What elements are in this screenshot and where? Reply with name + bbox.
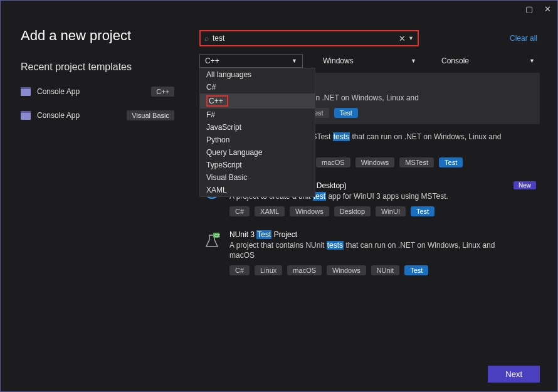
lang-badge: Visual Basic — [127, 110, 174, 120]
svg-rect-3 — [21, 111, 31, 113]
lang-badge: C++ — [151, 87, 174, 97]
recent-template-item[interactable]: Console App Visual Basic — [21, 108, 174, 123]
project-type-filter[interactable]: Console ▼ — [436, 54, 540, 68]
recent-template-item[interactable]: Console App C++ — [21, 84, 174, 99]
result-tag: MSTest — [399, 157, 434, 167]
recent-templates-heading: Recent project templates — [21, 61, 174, 73]
chevron-down-icon: ▼ — [529, 58, 535, 64]
chevron-down-icon: ▼ — [411, 58, 416, 64]
dropdown-option[interactable]: JavaScript — [200, 121, 315, 134]
dropdown-option[interactable]: All languages — [200, 68, 315, 81]
result-tag: Windows — [355, 157, 395, 167]
console-icon — [21, 87, 31, 96]
dropdown-option[interactable]: C# — [200, 81, 315, 93]
chevron-down-icon[interactable]: ▼ — [408, 35, 414, 41]
restore-icon[interactable]: ▢ — [525, 4, 533, 14]
result-tag: Linux — [255, 265, 282, 275]
result-tag: WinUI — [376, 206, 406, 216]
chevron-down-icon: ▼ — [292, 58, 297, 64]
page-title: Add a new project — [21, 28, 174, 44]
search-box[interactable]: ⌕ ✕ ▼ — [199, 30, 419, 46]
language-dropdown: All languages C# C++ F# JavaScript Pytho… — [199, 68, 315, 197]
svg-rect-0 — [21, 88, 31, 96]
next-button[interactable]: Next — [488, 366, 540, 383]
result-tag: C# — [229, 265, 250, 275]
result-tag: Windows — [327, 265, 366, 275]
result-tag: NUnit — [371, 265, 400, 275]
dropdown-option[interactable]: C++ — [200, 93, 315, 109]
recent-template-name: Console App — [37, 111, 80, 120]
dropdown-option[interactable]: Python — [200, 134, 315, 146]
csharp-flask-icon: C# — [203, 231, 221, 249]
result-description: A project that contains NUnit tests that… — [229, 240, 505, 260]
dropdown-option[interactable]: F# — [200, 109, 315, 121]
result-tag: C# — [229, 206, 250, 216]
close-icon[interactable]: ✕ — [544, 4, 551, 14]
result-tag: Test — [411, 206, 434, 216]
platform-filter[interactable]: Windows ▼ — [318, 54, 421, 68]
result-tag: macOS — [316, 157, 350, 167]
language-filter-value: C++ — [205, 56, 219, 65]
result-tag: Test — [334, 108, 358, 118]
result-tag: Windows — [290, 206, 329, 216]
clear-search-icon[interactable]: ✕ — [399, 34, 406, 43]
language-filter[interactable]: C++ ▼ — [199, 54, 303, 68]
clear-all-link[interactable]: Clear all — [510, 34, 537, 43]
svg-rect-2 — [21, 112, 31, 120]
dropdown-option[interactable]: Visual Basic — [200, 171, 315, 184]
console-icon — [21, 111, 31, 120]
new-badge: New — [513, 181, 536, 189]
result-tag: Desktop — [334, 206, 371, 216]
project-type-filter-value: Console — [441, 56, 469, 65]
search-input[interactable] — [213, 34, 399, 43]
result-title: NUnit 3 Test Project — [229, 230, 536, 239]
dropdown-option[interactable]: Query Language — [200, 146, 315, 159]
recent-template-name: Console App — [37, 87, 80, 96]
result-tag: Test — [404, 265, 428, 275]
result-tag: macOS — [287, 265, 322, 275]
platform-filter-value: Windows — [323, 56, 354, 65]
result-tag: XAML — [255, 206, 285, 216]
dropdown-option[interactable]: XAML — [200, 184, 315, 196]
result-item[interactable]: C# NUnit 3 Test Project A project that c… — [199, 224, 540, 282]
dropdown-option[interactable]: TypeScript — [200, 159, 315, 171]
result-tag: Test — [439, 157, 463, 167]
svg-rect-1 — [21, 87, 31, 89]
svg-text:C#: C# — [214, 233, 220, 238]
search-icon: ⌕ — [204, 34, 209, 43]
